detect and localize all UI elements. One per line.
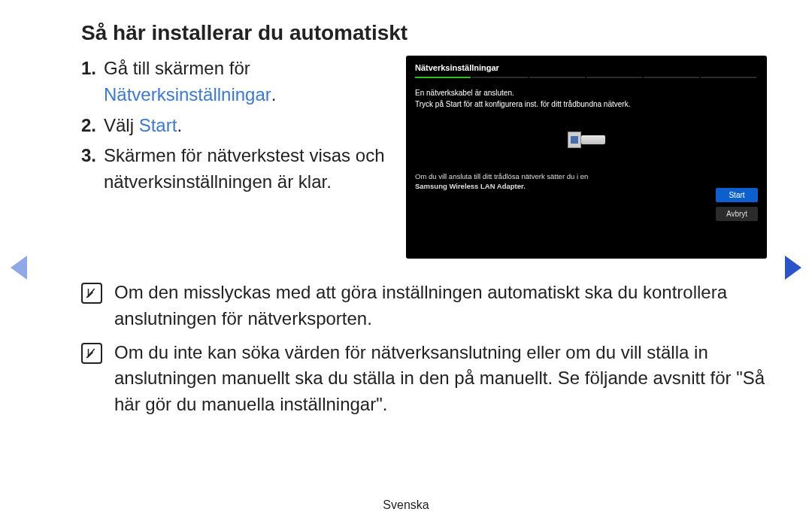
ethernet-cable-icon bbox=[581, 135, 605, 144]
tv-footer: Om du vill ansluta till ditt trådlösa nä… bbox=[415, 171, 663, 192]
prev-page-arrow[interactable] bbox=[11, 256, 27, 280]
page-title: Så här installerar du automatiskt bbox=[81, 21, 767, 45]
notes-section: Om den misslyckas med att göra inställni… bbox=[81, 280, 767, 418]
note-icon bbox=[81, 343, 102, 364]
step-suffix: . bbox=[271, 84, 277, 104]
step-link: Nätverksinställningar bbox=[104, 84, 271, 104]
step-text: Gå till skärmen för bbox=[104, 58, 250, 78]
step-link: Start bbox=[139, 115, 177, 135]
step-number: 2. bbox=[81, 113, 104, 139]
note-icon bbox=[81, 283, 102, 304]
page-language: Svenska bbox=[0, 498, 812, 512]
note-text: Om du inte kan söka värden för nätverksa… bbox=[114, 340, 767, 418]
tv-cable-illustration bbox=[415, 122, 758, 158]
tv-title: Nätverksinställningar bbox=[415, 63, 758, 72]
note-text: Om den misslyckas med att göra inställni… bbox=[114, 280, 767, 332]
instruction-list: 1. Gå till skärmen för Nätverksinställni… bbox=[81, 56, 388, 259]
step-number: 3. bbox=[81, 143, 104, 195]
note-1: Om den misslyckas med att göra inställni… bbox=[81, 280, 767, 332]
next-page-arrow[interactable] bbox=[785, 256, 801, 280]
ethernet-plug-icon bbox=[568, 132, 581, 148]
tv-progress-bar bbox=[415, 77, 758, 78]
step-2: 2. Välj Start. bbox=[81, 113, 388, 139]
step-text: Skärmen för nätverkstest visas och nätve… bbox=[104, 145, 384, 192]
step-number: 1. bbox=[81, 56, 104, 108]
tv-cancel-button[interactable]: Avbryt bbox=[716, 207, 758, 221]
step-3: 3. Skärmen för nätverkstest visas och nä… bbox=[81, 143, 388, 195]
tv-status: En nätverkskabel är ansluten. bbox=[415, 89, 758, 97]
step-suffix: . bbox=[177, 115, 182, 135]
step-text: Välj bbox=[104, 115, 139, 135]
tv-footer-line1: Om du vill ansluta till ditt trådlösa nä… bbox=[415, 172, 588, 180]
note-2: Om du inte kan söka värden för nätverksa… bbox=[81, 340, 767, 418]
tv-start-button[interactable]: Start bbox=[716, 188, 758, 202]
tv-footer-line2: Samsung Wireless LAN Adapter. bbox=[415, 182, 526, 190]
tv-instruction: Tryck på Start för att konfigurera inst.… bbox=[415, 100, 758, 108]
tv-screenshot: Nätverksinställningar En nätverkskabel ä… bbox=[406, 56, 767, 259]
step-1: 1. Gå till skärmen för Nätverksinställni… bbox=[81, 56, 388, 108]
